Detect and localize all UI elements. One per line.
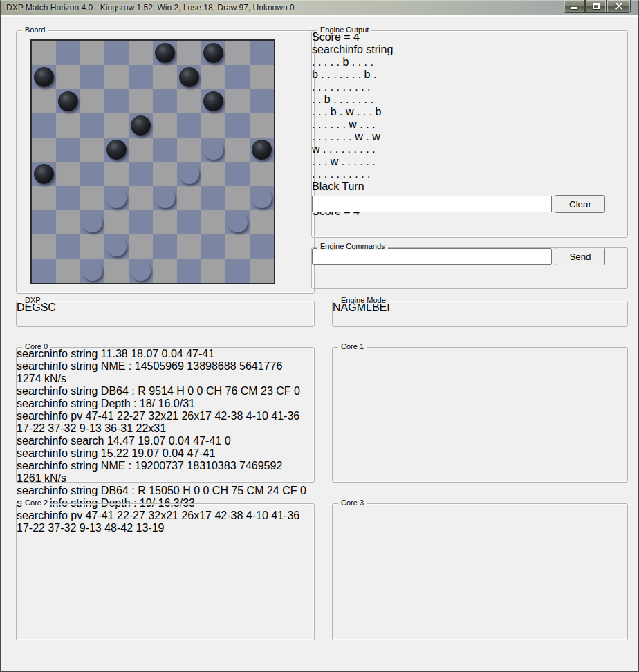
board-square[interactable] bbox=[153, 113, 177, 138]
board-square[interactable] bbox=[201, 162, 225, 186]
black-piece[interactable] bbox=[179, 67, 199, 87]
board-square[interactable] bbox=[153, 162, 177, 186]
minimize-button[interactable] bbox=[564, 0, 585, 13]
board-square[interactable] bbox=[177, 138, 201, 162]
board-square[interactable] bbox=[177, 234, 201, 259]
board-square[interactable] bbox=[80, 113, 104, 138]
white-piece[interactable] bbox=[228, 212, 248, 232]
board-square[interactable] bbox=[201, 259, 225, 283]
board-square[interactable] bbox=[32, 234, 56, 259]
board-square[interactable] bbox=[129, 186, 153, 210]
white-piece[interactable] bbox=[131, 261, 151, 281]
black-piece[interactable] bbox=[252, 140, 272, 160]
board-square[interactable] bbox=[32, 41, 56, 65]
board-square[interactable] bbox=[225, 162, 250, 186]
black-piece[interactable] bbox=[155, 43, 175, 63]
board-square[interactable] bbox=[250, 234, 274, 259]
board-square[interactable] bbox=[250, 113, 274, 138]
board-square[interactable] bbox=[177, 186, 201, 210]
board-square[interactable] bbox=[129, 41, 153, 65]
white-piece[interactable] bbox=[82, 261, 102, 281]
black-piece[interactable] bbox=[203, 91, 223, 111]
board-square[interactable] bbox=[201, 65, 225, 89]
board-square[interactable] bbox=[32, 259, 56, 283]
titlebar[interactable]: DXP Match Horizon 4.0 - Kingsrow 1.52: W… bbox=[0, 0, 639, 15]
board-square[interactable] bbox=[80, 186, 104, 210]
board-square[interactable] bbox=[129, 210, 153, 234]
board-square[interactable] bbox=[104, 259, 129, 283]
board-square[interactable] bbox=[250, 89, 274, 113]
white-piece[interactable] bbox=[179, 164, 199, 184]
board-square[interactable] bbox=[153, 89, 177, 113]
board-square[interactable] bbox=[56, 41, 80, 65]
white-piece[interactable] bbox=[106, 236, 127, 256]
board-square[interactable] bbox=[32, 138, 56, 162]
board-square[interactable] bbox=[153, 138, 177, 162]
white-piece[interactable] bbox=[82, 212, 102, 232]
board-square[interactable] bbox=[201, 113, 225, 138]
board-square[interactable] bbox=[177, 41, 201, 65]
board-square[interactable] bbox=[177, 89, 201, 113]
board-square[interactable] bbox=[104, 113, 129, 138]
board-square[interactable] bbox=[225, 186, 250, 210]
board-square[interactable] bbox=[80, 162, 104, 186]
board-square[interactable] bbox=[153, 210, 177, 234]
board-square[interactable] bbox=[56, 65, 80, 89]
board-square[interactable] bbox=[80, 234, 104, 259]
board-square[interactable] bbox=[225, 89, 250, 113]
board-square[interactable] bbox=[56, 162, 80, 186]
board-square[interactable] bbox=[104, 65, 129, 89]
board-square[interactable] bbox=[80, 41, 104, 65]
checkers-board[interactable] bbox=[30, 39, 275, 284]
close-button[interactable] bbox=[606, 0, 631, 13]
clear-button[interactable]: Clear bbox=[555, 195, 605, 213]
board-square[interactable] bbox=[250, 162, 274, 186]
engine-message-field[interactable] bbox=[312, 196, 552, 212]
board-square[interactable] bbox=[56, 113, 80, 138]
board-square[interactable] bbox=[80, 89, 104, 113]
white-piece[interactable] bbox=[155, 188, 175, 208]
black-piece[interactable] bbox=[58, 91, 78, 111]
board-square[interactable] bbox=[250, 259, 274, 283]
board-square[interactable] bbox=[56, 138, 80, 162]
board-square[interactable] bbox=[104, 41, 129, 65]
board-square[interactable] bbox=[56, 210, 80, 234]
board-square[interactable] bbox=[56, 234, 80, 259]
white-piece[interactable] bbox=[203, 140, 223, 160]
board-square[interactable] bbox=[177, 210, 201, 234]
black-piece[interactable] bbox=[34, 67, 54, 87]
board-square[interactable] bbox=[177, 259, 201, 283]
board-square[interactable] bbox=[80, 138, 104, 162]
board-square[interactable] bbox=[129, 162, 153, 186]
board-square[interactable] bbox=[104, 89, 129, 113]
board-square[interactable] bbox=[129, 65, 153, 89]
maximize-button[interactable] bbox=[585, 0, 606, 13]
board-square[interactable] bbox=[225, 138, 250, 162]
board-square[interactable] bbox=[250, 210, 274, 234]
board-square[interactable] bbox=[177, 113, 201, 138]
black-piece[interactable] bbox=[34, 164, 54, 184]
board-square[interactable] bbox=[201, 234, 225, 259]
board-square[interactable] bbox=[56, 186, 80, 210]
board-square[interactable] bbox=[32, 210, 56, 234]
send-button[interactable]: Send bbox=[555, 248, 605, 265]
board-square[interactable] bbox=[153, 234, 177, 259]
board-square[interactable] bbox=[153, 65, 177, 89]
black-piece[interactable] bbox=[131, 115, 151, 136]
engine-command-input[interactable] bbox=[312, 248, 552, 265]
black-piece[interactable] bbox=[106, 140, 127, 160]
board-square[interactable] bbox=[225, 113, 250, 138]
board-square[interactable] bbox=[225, 234, 250, 259]
board-square[interactable] bbox=[32, 113, 56, 138]
board-square[interactable] bbox=[56, 259, 80, 283]
board-square[interactable] bbox=[104, 162, 129, 186]
board-square[interactable] bbox=[201, 210, 225, 234]
board-square[interactable] bbox=[250, 41, 274, 65]
board-square[interactable] bbox=[104, 210, 129, 234]
vscroll-thumb[interactable] bbox=[312, 218, 609, 229]
board-square[interactable] bbox=[250, 65, 274, 89]
board-square[interactable] bbox=[80, 65, 104, 89]
board-square[interactable] bbox=[32, 89, 56, 113]
board-square[interactable] bbox=[201, 186, 225, 210]
white-piece[interactable] bbox=[252, 188, 272, 208]
